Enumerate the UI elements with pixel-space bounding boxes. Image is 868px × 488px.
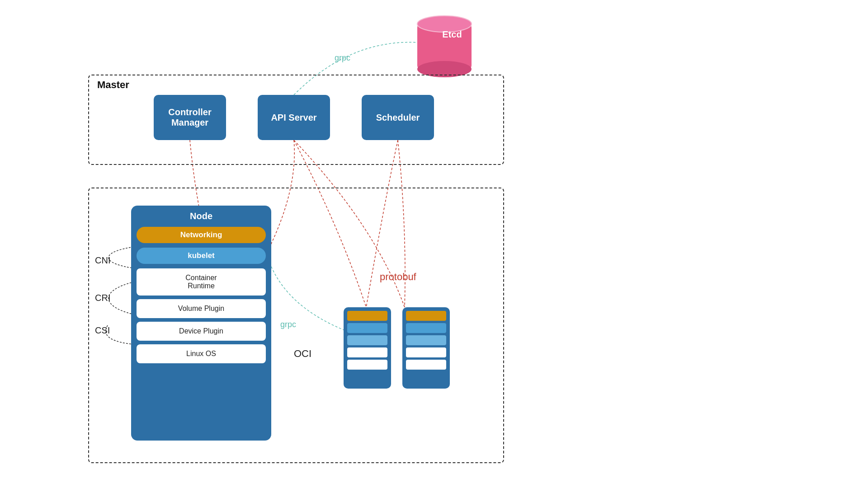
cn-white-bar-1a: [347, 347, 387, 357]
master-label: Master: [97, 79, 129, 91]
cn-blue-light-bar-1: [347, 335, 387, 345]
cn-white-bar-1b: [347, 360, 387, 370]
container-node-1: [344, 307, 391, 389]
cni-label: CNI: [95, 255, 110, 266]
networking-badge: Networking: [137, 227, 266, 243]
oci-label: OCI: [294, 348, 311, 360]
etcd-cylinder: [415, 13, 474, 78]
cn-gold-bar-2: [406, 311, 446, 321]
cn-blue-light-bar-2: [406, 335, 446, 345]
api-server-label: API Server: [271, 113, 316, 123]
csi-label: CSI: [95, 325, 110, 336]
grpc-mid-label: grpc: [280, 320, 296, 329]
volume-plugin-box: Volume Plugin: [137, 299, 266, 318]
etcd-label: Etcd: [425, 29, 479, 40]
cn-blue-dark-bar-2: [406, 323, 446, 333]
cn-white-bar-2b: [406, 360, 446, 370]
cri-label: CRI: [95, 293, 110, 303]
controller-manager-label: ControllerManager: [168, 107, 212, 128]
container-runtime-box: ContainerRuntime: [137, 268, 266, 296]
node-inner-box: Node Networking kubelet ContainerRuntime…: [131, 206, 271, 441]
device-plugin-box: Device Plugin: [137, 322, 266, 341]
scheduler-label: Scheduler: [376, 113, 420, 123]
linux-os-box: Linux OS: [137, 344, 266, 363]
cn-gold-bar-1: [347, 311, 387, 321]
cn-blue-dark-bar-1: [347, 323, 387, 333]
container-node-2: [402, 307, 450, 389]
diagram-container: Etcd grpc Master ControllerManager API S…: [0, 0, 868, 488]
grpc-top-label: grpc: [335, 53, 350, 63]
api-server-box: API Server: [258, 95, 330, 140]
scheduler-box: Scheduler: [362, 95, 434, 140]
protobuf-label: protobuf: [380, 271, 416, 283]
kubelet-badge: kubelet: [137, 248, 266, 264]
node-title: Node: [137, 211, 266, 221]
controller-manager-box: ControllerManager: [154, 95, 226, 140]
cn-white-bar-2a: [406, 347, 446, 357]
